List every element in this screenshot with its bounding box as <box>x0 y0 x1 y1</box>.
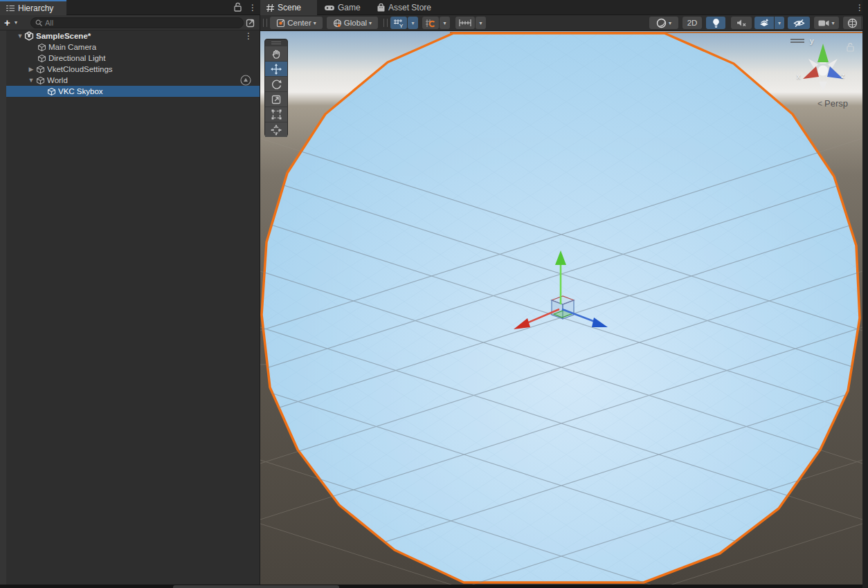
audio-mute-button[interactable] <box>731 17 752 29</box>
tree-row-directional-light[interactable]: Directional Light <box>6 53 260 64</box>
view-hand-tool[interactable] <box>265 46 287 61</box>
foldout-collapsed-icon[interactable]: ▶ <box>27 66 35 73</box>
create-object-button[interactable]: + <box>4 17 10 28</box>
hierarchy-toolbar: + ▾ <box>0 15 260 30</box>
grid-visibility-button[interactable]: Y <box>390 17 407 29</box>
scene-viewport[interactable] <box>260 31 862 585</box>
chevron-down-icon: ▾ <box>831 20 834 26</box>
scene-camera-button[interactable]: ▾ <box>814 17 839 29</box>
rotate-tool[interactable] <box>265 77 287 91</box>
toolbar-drag-handle[interactable] <box>263 19 267 27</box>
snap-increment-button[interactable] <box>422 17 439 29</box>
window-bottom-edge <box>0 585 868 588</box>
unity-scene-icon <box>24 31 34 41</box>
pivot-icon <box>276 19 285 28</box>
toggle-2d-button[interactable]: 2D <box>682 17 702 29</box>
tab-hierarchy[interactable]: Hierarchy <box>0 0 66 15</box>
axis-y-label: y <box>810 37 814 45</box>
move-tool[interactable] <box>265 62 287 76</box>
lock-icon[interactable] <box>233 2 242 12</box>
toolbar-drag-handle[interactable] <box>383 19 388 27</box>
gizmo-lock-icon <box>847 44 853 51</box>
gamepad-icon <box>325 5 334 11</box>
tab-hierarchy-label: Hierarchy <box>18 3 53 13</box>
chevron-down-icon: ▾ <box>669 20 671 26</box>
speaker-muted-icon <box>736 19 747 27</box>
grid-icon <box>266 4 274 12</box>
hierarchy-menu-icon[interactable]: ⋮ <box>248 3 257 12</box>
grid-visibility-dropdown[interactable]: ▾ <box>408 17 418 29</box>
scene-visibility-toggle-button[interactable] <box>788 17 810 29</box>
window-right-edge <box>862 0 868 588</box>
overlay-drag-handle[interactable] <box>265 39 287 46</box>
tree-row-main-camera[interactable]: Main Camera <box>6 42 260 53</box>
foldout-expanded-icon[interactable]: ▼ <box>27 77 35 84</box>
gameobject-cube-icon <box>46 86 56 96</box>
tab-asset-store-label: Asset Store <box>388 3 431 12</box>
tab-asset-store[interactable]: Asset Store <box>371 0 446 15</box>
axis-x-label: x <box>797 72 801 80</box>
projection-label: Persp <box>824 98 848 109</box>
gizmos-sphere-icon <box>847 18 858 28</box>
unity-editor-window: Hierarchy ⋮ Scene Game Asset Store ⋮ + ▾ <box>0 0 868 588</box>
effects-dropdown[interactable]: ▾ <box>775 17 784 29</box>
effects-layers-icon <box>759 18 770 28</box>
tab-game-label: Game <box>338 3 361 12</box>
effects-button[interactable] <box>754 17 774 29</box>
foldout-expanded-icon[interactable]: ▼ <box>16 33 24 39</box>
gameobject-cube-icon <box>35 75 45 85</box>
globe-icon <box>333 19 342 28</box>
rect-tool[interactable] <box>265 107 287 122</box>
gameobject-cube-icon <box>35 64 45 74</box>
bottom-edge-highlight <box>173 585 339 588</box>
axis-y-cone <box>817 44 829 62</box>
video-camera-icon <box>818 19 829 27</box>
grid-axis-y: Y <box>399 22 404 28</box>
tree-row-scene[interactable]: ▼ SampleScene* ⋮ <box>6 30 260 42</box>
snap-increment-dropdown[interactable]: ▾ <box>440 17 450 29</box>
tree-row-vketcloudsettings[interactable]: ▶ VketCloudSettings <box>6 64 260 75</box>
tool-handle-position-button[interactable]: Center ▾ <box>270 17 323 29</box>
tools-overlay <box>264 39 288 137</box>
search-icon <box>35 19 43 27</box>
gizmos-button[interactable] <box>843 17 861 29</box>
scene-render <box>260 31 862 585</box>
hierarchy-search-field[interactable] <box>30 17 244 28</box>
open-new-window-icon[interactable] <box>246 17 256 28</box>
chevron-down-icon: ▾ <box>314 20 316 26</box>
projection-toggle[interactable]: <Persp <box>802 98 864 109</box>
scene-name-label: SampleScene* <box>36 32 91 40</box>
draw-mode-button[interactable]: ▾ <box>649 17 678 29</box>
tool-handle-rotation-button[interactable]: Global ▾ <box>327 17 378 29</box>
gameobject-cube-icon <box>37 42 46 52</box>
orientation-label: Global <box>344 19 367 27</box>
transform-tool[interactable] <box>265 122 287 137</box>
axis-z-label: z <box>841 71 845 80</box>
hierarchy-left-margin <box>0 30 6 585</box>
grid-size-dropdown[interactable]: ▾ <box>476 17 486 29</box>
tree-row-vkc-skybox[interactable]: VKC Skybox <box>6 86 260 97</box>
tab-game[interactable]: Game <box>318 0 371 15</box>
tab-scene-label: Scene <box>278 3 301 12</box>
list-icon <box>6 5 15 12</box>
grid-size-button[interactable] <box>455 17 475 29</box>
scene-row-menu-icon[interactable]: ⋮ <box>244 31 253 41</box>
create-object-dropdown-icon[interactable]: ▾ <box>15 19 17 26</box>
scene-lighting-button[interactable] <box>706 17 725 29</box>
item-label: World <box>47 76 68 84</box>
item-label: Main Camera <box>48 43 96 51</box>
item-label: Directional Light <box>48 54 105 62</box>
chevron-down-icon: ▾ <box>369 20 372 26</box>
mode-2d-label: 2D <box>687 19 698 27</box>
eye-slash-icon <box>793 19 805 28</box>
scene-toolbar: Center ▾ Global ▾ Y ▾ ▾ ▾ ▾ <box>260 15 862 31</box>
tab-scene[interactable]: Scene <box>260 0 317 15</box>
shopping-bag-icon <box>377 3 385 12</box>
tree-row-world[interactable]: ▼ World <box>6 75 260 86</box>
item-label: VKC Skybox <box>58 87 103 95</box>
axis-x-cone <box>803 66 819 79</box>
search-input[interactable] <box>45 19 239 27</box>
shaded-sphere-icon <box>656 18 667 28</box>
scene-visibility-icon[interactable] <box>240 75 251 86</box>
scale-tool[interactable] <box>265 92 287 107</box>
